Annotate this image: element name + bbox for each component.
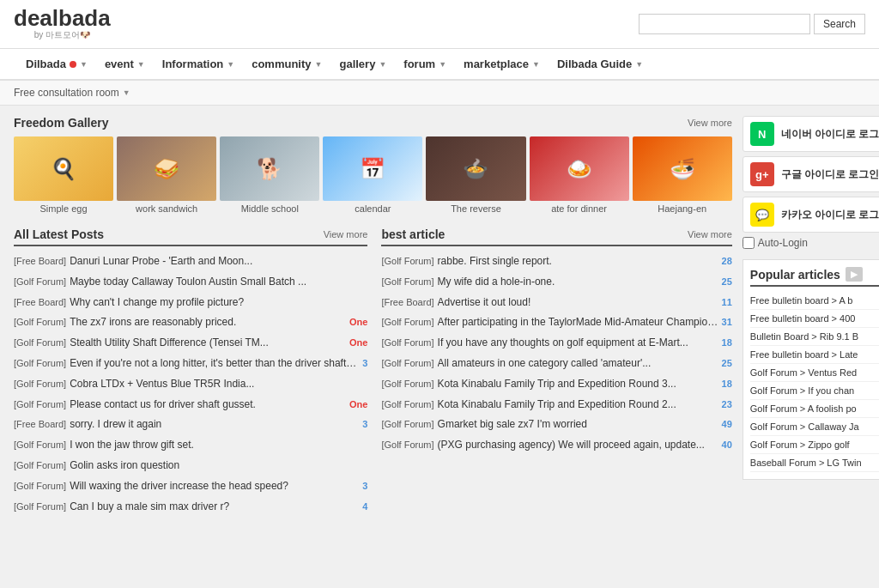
nav-item-dilbada[interactable]: Dilbada ▼	[17, 49, 96, 79]
list-item[interactable]: Golf Forum > If you chan 23	[750, 382, 879, 400]
nav-link[interactable]: community ▼	[243, 49, 330, 79]
nav-item-dilbada-guide[interactable]: Dilbada Guide ▼	[549, 49, 652, 79]
post-title[interactable]: Cobra LTDx + Ventus Blue TR5R India...	[70, 377, 367, 391]
gallery-item[interactable]: 🍜 Haejang-en	[633, 136, 732, 214]
gallery-caption: Haejang-en	[633, 203, 732, 214]
list-item: [Golf Forum] I won the jaw throw gift se…	[14, 435, 367, 456]
gallery-view-more[interactable]: View more	[688, 118, 732, 128]
nav-link[interactable]: gallery ▼	[330, 49, 395, 79]
post-title[interactable]: Kota Kinabalu Family Trip and Expedition…	[438, 377, 718, 391]
gallery-item[interactable]: 📅 calendar	[323, 136, 422, 214]
list-item[interactable]: Bulletin Board > Rib 9.1 B 5	[750, 328, 879, 346]
gallery-image: 🐕	[220, 136, 319, 201]
auto-login-checkbox[interactable]	[743, 237, 755, 249]
post-title[interactable]: My wife did a hole-in-one.	[438, 275, 718, 289]
login-button-0[interactable]: N 네이버 아이디로 로그인	[743, 116, 879, 152]
post-category: [Golf Forum]	[14, 316, 66, 329]
main-content: Freedom Gallery View more 🍳 Simple egg 🥪…	[0, 106, 879, 527]
list-item[interactable]: Free bulletin board > Late 13	[750, 346, 879, 364]
list-item[interactable]: Free bulletin board > A b 10	[750, 292, 879, 310]
post-count: 4	[362, 500, 367, 513]
post-category: [Golf Forum]	[14, 357, 66, 370]
gallery-caption: Middle school	[220, 203, 319, 214]
nav-link[interactable]: Dilbada ▼	[17, 49, 96, 79]
nav-link[interactable]: Dilbada Guide ▼	[549, 49, 652, 79]
nav-link[interactable]: event ▼	[96, 49, 154, 79]
post-title[interactable]: After participating in the TaylorMade Mi…	[438, 315, 718, 330]
nav-item-information[interactable]: Information ▼	[154, 49, 243, 79]
post-title[interactable]: Stealth Utility Shaft Difference (Tensei…	[70, 336, 346, 350]
post-title[interactable]: I won the jaw throw gift set.	[70, 438, 367, 452]
nav-link[interactable]: Information ▼	[154, 49, 243, 79]
all-latest-view-more[interactable]: View more	[324, 229, 368, 239]
list-item: [Golf Forum] Kota Kinabalu Family Trip a…	[381, 374, 731, 395]
nav-item-forum[interactable]: forum ▼	[395, 49, 455, 79]
list-item[interactable]: Baseball Forum > LG Twin 10	[750, 454, 879, 472]
logo-sub: by 마트모어🐶	[14, 29, 111, 41]
post-count: 3	[362, 357, 367, 370]
nav-chevron: ▼	[379, 60, 386, 69]
post-title[interactable]: (PXG purchasing agency) We will proceed …	[438, 438, 718, 452]
search-button[interactable]: Search	[814, 14, 865, 34]
list-item[interactable]: Golf Forum > Zippo golf 27	[750, 436, 879, 454]
post-title[interactable]: Danuri Lunar Probe - 'Earth and Moon...	[70, 254, 367, 269]
list-item: [Free Board] sorry. I drew it again 3	[14, 415, 367, 435]
best-article-view-more[interactable]: View more	[688, 229, 732, 239]
nav-link[interactable]: marketplace ▼	[455, 49, 549, 79]
post-title[interactable]: Even if you're not a long hitter, it's b…	[70, 356, 359, 371]
popular-title: Popular articles	[750, 268, 840, 282]
subnav: Free consultation room ▼	[0, 81, 879, 106]
post-title[interactable]: Kota Kinabalu Family Trip and Expedition…	[438, 397, 718, 412]
gallery-item[interactable]: 🍲 The reverse	[426, 136, 525, 214]
nav: Dilbada ▼ event ▼ Information ▼ communit…	[0, 49, 879, 81]
post-title[interactable]: The zx7 irons are reasonably priced.	[70, 315, 346, 330]
login-icon: 💬	[750, 203, 774, 227]
popular-item-text: Golf Forum > Ventus Red	[750, 367, 879, 378]
post-title[interactable]: Please contact us for driver shaft gusse…	[70, 397, 346, 412]
gallery-item[interactable]: 🍳 Simple egg	[14, 136, 113, 214]
login-icon: N	[750, 122, 774, 146]
post-category: [Golf Forum]	[381, 336, 433, 349]
post-count: 25	[722, 357, 732, 370]
search-input[interactable]	[639, 14, 810, 34]
gallery-item[interactable]: 🍛 ate for dinner	[530, 136, 629, 214]
post-title[interactable]: If you have any thoughts on golf equipme…	[438, 336, 718, 350]
post-title[interactable]: Maybe today Callaway Toulon Austin Small…	[70, 275, 367, 289]
popular-section: Popular articles ▶ Free bulletin board >…	[743, 259, 879, 480]
gallery-item[interactable]: 🥪 work sandwich	[117, 136, 216, 214]
post-count: 11	[722, 296, 732, 309]
list-item: [Golf Forum] Cobra LTDx + Ventus Blue TR…	[14, 374, 367, 395]
post-title[interactable]: rabbe. First single report.	[438, 254, 718, 269]
post-title[interactable]: Can I buy a male sim max driver r?	[70, 500, 359, 514]
gallery-title: Freedom Gallery	[14, 116, 109, 130]
subnav-link[interactable]: Free consultation room ▼	[14, 84, 130, 101]
post-count: 3	[362, 480, 367, 493]
gallery-header: Freedom Gallery View more	[14, 116, 732, 130]
list-item[interactable]: Free bulletin board > 400 5	[750, 310, 879, 328]
nav-chevron: ▼	[315, 60, 323, 69]
list-item[interactable]: Golf Forum > Callaway Ja 18	[750, 418, 879, 436]
post-title[interactable]: Why can't I change my profile picture?	[70, 295, 367, 310]
popular-tab[interactable]: ▶	[846, 267, 863, 282]
nav-link[interactable]: forum ▼	[395, 49, 455, 79]
list-item[interactable]: Golf Forum > Ventus Red 16	[750, 364, 879, 382]
login-button-2[interactable]: 💬 카카오 아이디로 로그인	[743, 197, 879, 233]
nav-item-marketplace[interactable]: marketplace ▼	[455, 49, 549, 79]
post-title[interactable]: Golin asks iron question	[70, 458, 367, 473]
gallery-item[interactable]: 🐕 Middle school	[220, 136, 319, 214]
post-title[interactable]: Gmarket big sale zx7 I'm worried	[438, 417, 718, 432]
post-title[interactable]: Will waxing the driver increase the head…	[70, 479, 359, 494]
post-title[interactable]: sorry. I drew it again	[70, 417, 359, 432]
post-title[interactable]: Advertise it out loud!	[438, 295, 718, 310]
popular-item-text: Free bulletin board > 400	[750, 313, 879, 324]
login-label: 구글 아이디로 로그인	[781, 167, 879, 182]
login-button-1[interactable]: g+ 구글 아이디로 로그인	[743, 156, 879, 192]
best-article-header: best article View more	[381, 227, 731, 246]
nav-item-event[interactable]: event ▼	[96, 49, 154, 79]
list-item[interactable]: Golf Forum > A foolish po 5	[750, 400, 879, 418]
best-article-title: best article	[381, 227, 445, 241]
nav-item-gallery[interactable]: gallery ▼	[330, 49, 395, 79]
auto-login-label: Auto-Login	[758, 237, 808, 249]
nav-item-community[interactable]: community ▼	[243, 49, 330, 79]
post-title[interactable]: All amateurs in one category called 'ama…	[438, 356, 718, 371]
